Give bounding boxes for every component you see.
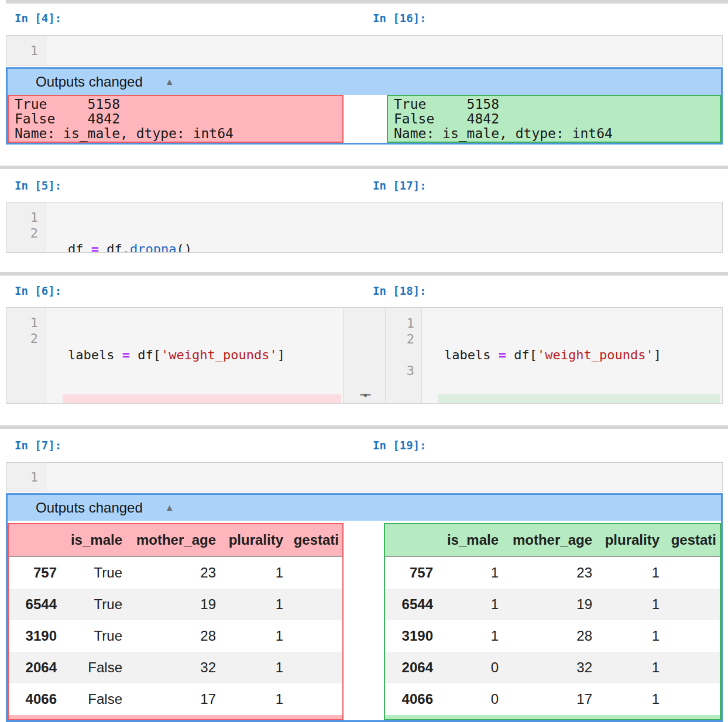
outputs-changed-label: Outputs changed (8, 500, 143, 516)
line-number-gutter: 1 (6, 36, 46, 65)
outputs-diff-container: Outputs changed ▲ True 5158 False 4842 N… (6, 67, 723, 145)
removed-chunk: data = df.drop(columns= ['weight_pounds'… (63, 394, 341, 403)
code-cell-4: 1 df['is_male'].value_counts() (6, 35, 723, 66)
input-prompt-right-16: In [16]: (373, 12, 427, 25)
code-area: data.head() (46, 463, 722, 491)
input-prompt-right-19: In [19]: (373, 439, 427, 452)
input-prompt-left-7: In [7]: (15, 439, 61, 452)
outputs-changed-label: Outputs changed (8, 74, 143, 90)
line-number-gutter: 1 2 (6, 202, 46, 252)
input-prompt-right-18: In [18]: (373, 284, 427, 297)
table-row: 20640321 (385, 652, 720, 683)
table-row: 7571231 (385, 556, 720, 589)
input-prompt-left-5: In [5]: (15, 179, 61, 192)
section-divider (0, 425, 728, 429)
section-divider (0, 272, 728, 276)
outputs-diff-container: Outputs changed ▲ is_male mother_age plu… (6, 493, 723, 722)
diff-center-gutter: ⇒⇐ (343, 308, 386, 403)
line-number-gutter: 1 (6, 463, 46, 491)
table-header-row: is_male mother_age plurality gestati (385, 524, 720, 556)
code-cell-5: 1 2 df = df.dropna() df = shuffle(df, ra… (6, 202, 723, 253)
outputs-changed-banner[interactable]: Outputs changed ▲ (8, 495, 721, 521)
added-dataframe: is_male mother_age plurality gestati 757… (384, 523, 721, 720)
added-chunk: data = df.drop(columns= ['weight_pounds'… (438, 394, 720, 403)
code-area-old: labels = df['weight_pounds'] data = df.d… (46, 308, 343, 403)
code-area: df = df.dropna() df = shuffle(df, random… (46, 202, 722, 252)
table-row: 2064False321 (9, 652, 342, 683)
previous-cell-edge (6, 0, 728, 4)
table-row: 40660171 (385, 683, 720, 715)
code-area-new: labels = df['weight_pounds'] data = df.d… (422, 308, 722, 403)
merge-chunks-icon[interactable]: ⇒⇐ (360, 388, 369, 401)
table-header-row: is_male mother_age plurality gestati (9, 524, 342, 556)
code-pane-new: 1 2 3 labels = df['weight_pounds'] data … (386, 308, 722, 403)
removed-output: True 5158 False 4842 Name: is_male, dtyp… (8, 95, 344, 143)
collapse-triangle-icon[interactable]: ▲ (165, 503, 174, 513)
table-row: 3190True281 (9, 620, 342, 652)
input-prompt-left-6: In [6]: (15, 284, 61, 297)
output-text-old: True 5158 False 4842 Name: is_male, dtyp… (9, 96, 342, 142)
input-prompt-right-17: In [17]: (373, 179, 427, 192)
code-cell-7: 1 data.head() (6, 462, 723, 491)
removed-dataframe: is_male mother_age plurality gestati 757… (8, 523, 344, 720)
code-pane-old: 1 2 labels = df['weight_pounds'] data = … (6, 308, 343, 403)
table-row: 6544True191 (9, 589, 342, 620)
outputs-changed-banner[interactable]: Outputs changed ▲ (8, 69, 721, 95)
code-area: df['is_male'].value_counts() (46, 36, 722, 65)
line-number-gutter: 1 2 3 (386, 308, 422, 403)
added-output: True 5158 False 4842 Name: is_male, dtyp… (387, 95, 721, 143)
dataframe-table-old: is_male mother_age plurality gestati 757… (9, 524, 342, 715)
dataframe-table-new: is_male mother_age plurality gestati 757… (385, 524, 720, 715)
collapse-triangle-icon[interactable]: ▲ (165, 77, 174, 87)
line-number-gutter: 1 2 (6, 308, 46, 403)
table-row: 4066False171 (9, 683, 342, 715)
input-prompt-left-4: In [4]: (15, 12, 61, 25)
section-divider (0, 166, 728, 169)
table-row: 31901281 (385, 620, 720, 652)
table-row: 65441191 (385, 589, 720, 620)
code-cell-6-diff: 1 2 labels = df['weight_pounds'] data = … (6, 307, 723, 404)
table-row: 757True231 (9, 556, 342, 589)
output-text-new: True 5158 False 4842 Name: is_male, dtyp… (388, 96, 720, 142)
